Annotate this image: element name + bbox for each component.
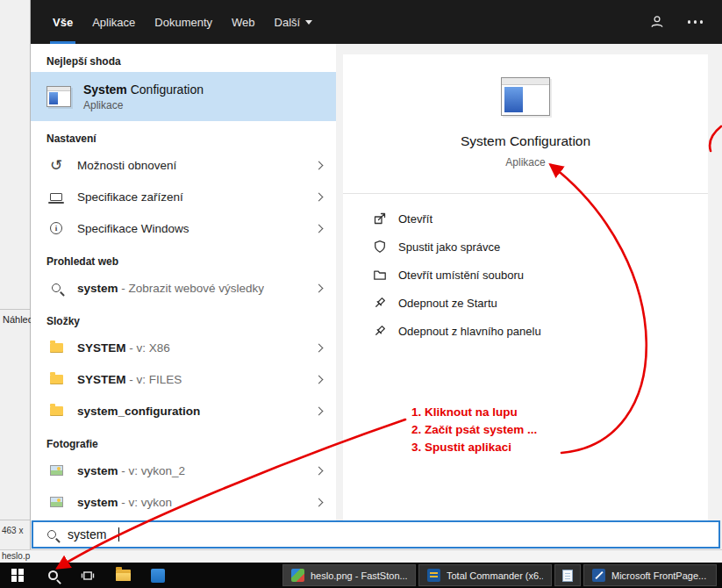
taskbar-running-apps: heslo.png - FastSton... Total Commander …	[282, 563, 717, 588]
background-app-strip: Náhled 463 x	[0, 0, 31, 549]
result-folder-system-files[interactable]: SYSTEM - v: FILES	[31, 363, 336, 395]
detail-subtitle: Aplikace	[343, 156, 708, 169]
system-configuration-icon	[46, 86, 71, 107]
section-photos: Fotografie	[31, 427, 336, 455]
result-web-search[interactable]: system - Zobrazit webové výsledky	[31, 272, 336, 304]
folder-location-icon	[373, 268, 387, 282]
windows-logo-icon	[11, 569, 25, 582]
section-settings: Nastavení	[31, 121, 336, 149]
chevron-right-icon[interactable]	[315, 283, 324, 292]
user-icon[interactable]	[649, 14, 665, 30]
taskbar-app-icon-blue	[151, 569, 165, 583]
annotation-steps: 1. Kliknout na lupu 2. Začít psát system…	[411, 404, 537, 456]
action-unpin-from-start[interactable]: Odepnout ze Startu	[343, 289, 708, 317]
folder-icon	[46, 406, 66, 416]
result-specifikace-zarizeni[interactable]: Specifikace zařízení	[31, 181, 336, 212]
notepad-icon	[562, 570, 573, 582]
folder-icon	[46, 375, 66, 384]
pinned-blue-app-button[interactable]	[140, 563, 175, 588]
annotation-step-1: 1. Kliknout na lupu	[411, 404, 537, 421]
tab-dalsi[interactable]: Další	[275, 0, 313, 44]
admin-shield-icon	[373, 240, 387, 254]
recovery-icon	[46, 158, 66, 173]
open-icon	[373, 212, 387, 226]
result-folder-system-x86[interactable]: SYSTEM - v: X86	[31, 332, 336, 363]
action-open[interactable]: Otevřít	[343, 204, 708, 233]
annotation-step-2: 2. Začít psát system ...	[411, 421, 537, 439]
section-best-match: Nejlepší shoda	[31, 44, 336, 72]
chevron-right-icon[interactable]	[315, 406, 324, 415]
chevron-right-icon[interactable]	[315, 224, 324, 233]
action-open-file-location[interactable]: Otevřít umístění souboru	[343, 261, 708, 289]
result-detail-panel: System Configuration Aplikace Otevřít Sp…	[343, 54, 708, 520]
action-list: Otevřít Spustit jako správce Otevřít umí…	[343, 204, 708, 345]
divider	[343, 193, 708, 194]
system-configuration-icon-large	[501, 77, 550, 116]
chevron-right-icon[interactable]	[315, 498, 324, 506]
chevron-right-icon[interactable]	[315, 375, 324, 384]
taskbar-app-faststone[interactable]: heslo.png - FastSton...	[282, 564, 416, 586]
chevron-down-icon	[305, 20, 312, 25]
search-icon	[46, 283, 66, 292]
taskbar-app-notepad[interactable]	[554, 564, 581, 586]
search-filter-tabs: Vše Aplikace Dokumenty Web Další	[31, 0, 722, 44]
background-status-strip: heslo.p	[0, 549, 722, 563]
action-run-as-admin[interactable]: Spustit jako správce	[343, 233, 708, 261]
best-match-subtitle: Aplikace	[83, 99, 204, 111]
start-button[interactable]	[0, 563, 35, 588]
result-specifikace-windows[interactable]: Specifikace Windows	[31, 212, 336, 244]
taskbar-app-total-commander[interactable]: Total Commander (x6...	[418, 564, 552, 586]
tab-web[interactable]: Web	[232, 0, 255, 44]
chevron-right-icon[interactable]	[315, 161, 324, 169]
result-photo-vykon2[interactable]: system - v: vykon_2	[31, 455, 336, 486]
folder-icon	[116, 570, 131, 581]
section-web: Prohledat web	[31, 244, 336, 272]
total-commander-icon	[427, 569, 440, 582]
task-view-icon	[81, 569, 95, 583]
more-options-icon[interactable]	[688, 20, 691, 24]
taskbar: heslo.png - FastSton... Total Commander …	[0, 563, 722, 588]
taskbar-search-button[interactable]	[35, 563, 70, 588]
laptop-icon	[46, 193, 66, 201]
info-icon	[46, 222, 66, 234]
tab-vse[interactable]: Vše	[53, 0, 73, 44]
file-name-label: heslo.p	[2, 551, 30, 561]
chevron-right-icon[interactable]	[315, 466, 324, 475]
result-photo-vykon[interactable]: system - v: vykon	[31, 486, 336, 518]
result-folder-system-configuration[interactable]: system_configuration	[31, 395, 336, 427]
frontpage-icon	[592, 569, 605, 582]
search-icon	[47, 530, 56, 539]
text-caret	[118, 527, 119, 541]
image-size-label: 463 x	[2, 526, 23, 535]
tab-aplikace[interactable]: Aplikace	[92, 0, 135, 44]
unpin-start-icon	[373, 296, 387, 310]
annotation-step-3: 3. Spustit aplikaci	[411, 439, 537, 456]
best-match-title: System Configuration	[83, 82, 204, 97]
chevron-right-icon[interactable]	[315, 192, 324, 201]
header-icons	[649, 0, 704, 44]
screenshot-root: Náhled 463 x Vše Aplikace Dokumenty Web …	[0, 0, 722, 588]
file-explorer-button[interactable]	[105, 563, 140, 588]
search-query-text: system	[68, 527, 106, 541]
search-input[interactable]: system	[32, 520, 720, 549]
preview-label: Náhled	[3, 314, 33, 325]
task-view-button[interactable]	[70, 563, 105, 588]
faststone-icon	[291, 569, 304, 582]
photo-icon	[46, 497, 66, 507]
search-header: Vše Aplikace Dokumenty Web Další	[31, 0, 722, 44]
chevron-right-icon[interactable]	[315, 343, 324, 352]
folder-icon	[46, 343, 66, 353]
tab-dokumenty[interactable]: Dokumenty	[154, 0, 212, 44]
best-match-result[interactable]: System Configuration Aplikace	[31, 72, 336, 121]
detail-title: System Configuration	[343, 133, 708, 149]
photo-icon	[46, 465, 66, 476]
action-unpin-from-taskbar[interactable]: Odepnout z hlavního panelu	[343, 317, 708, 345]
taskbar-app-frontpage[interactable]: Microsoft FrontPage...	[583, 564, 717, 586]
search-icon	[48, 570, 58, 580]
result-moznosti-obnoveni[interactable]: Možnosti obnovení	[31, 149, 336, 181]
search-results-panel: Nejlepší shoda System Configuration Apli…	[31, 44, 336, 520]
unpin-taskbar-icon	[373, 324, 387, 338]
section-folders: Složky	[31, 304, 336, 332]
